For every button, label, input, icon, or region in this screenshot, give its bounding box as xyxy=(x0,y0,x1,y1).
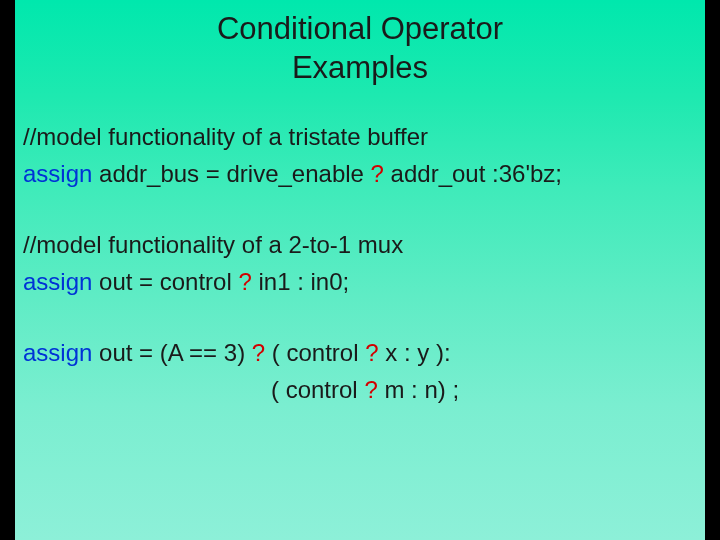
slide-title: Conditional Operator Examples xyxy=(23,10,697,88)
keyword-assign: assign xyxy=(23,339,92,366)
title-line-2: Examples xyxy=(292,50,428,85)
code-line-tristate: assign addr_bus = drive_enable ? addr_ou… xyxy=(23,155,697,192)
ternary-question: ? xyxy=(365,339,378,366)
blank-line xyxy=(23,192,697,226)
slide-body: //model functionality of a tristate buff… xyxy=(23,118,697,409)
code-text: out = (A == 3) xyxy=(92,339,251,366)
code-text: x : y ): xyxy=(379,339,451,366)
code-line-nested-1: assign out = (A == 3) ? ( control ? x : … xyxy=(23,334,697,371)
code-text: ( control xyxy=(265,339,365,366)
ternary-question: ? xyxy=(371,160,384,187)
code-line-mux: assign out = control ? in1 : in0; xyxy=(23,263,697,300)
keyword-assign: assign xyxy=(23,160,92,187)
title-line-1: Conditional Operator xyxy=(217,11,503,46)
code-text: ( control xyxy=(271,376,364,403)
keyword-assign: assign xyxy=(23,268,92,295)
code-text: m : n) ; xyxy=(378,376,459,403)
comment-mux: //model functionality of a 2-to-1 mux xyxy=(23,226,697,263)
slide: Conditional Operator Examples //model fu… xyxy=(15,0,705,540)
ternary-question: ? xyxy=(364,376,377,403)
comment-tristate: //model functionality of a tristate buff… xyxy=(23,118,697,155)
code-text: out = control xyxy=(92,268,238,295)
ternary-question: ? xyxy=(252,339,265,366)
code-line-nested-2: ( control ? m : n) ; xyxy=(23,371,697,408)
code-text: in1 : in0; xyxy=(252,268,349,295)
code-text: addr_out :36'bz; xyxy=(384,160,562,187)
blank-line xyxy=(23,300,697,334)
ternary-question: ? xyxy=(238,268,251,295)
code-text: addr_bus = drive_enable xyxy=(92,160,370,187)
